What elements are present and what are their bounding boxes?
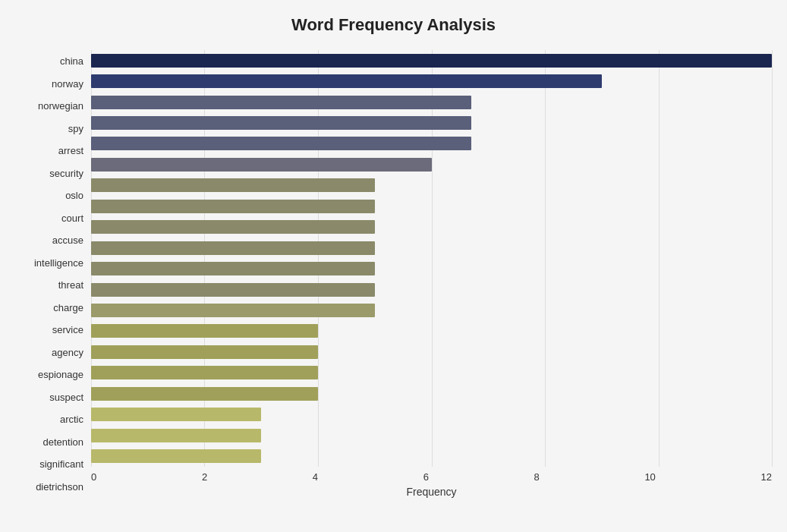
chart-container: Word Frequency Analysis chinanorwaynorwe… bbox=[0, 0, 787, 532]
bar bbox=[91, 241, 375, 255]
y-label: dietrichson bbox=[36, 477, 83, 496]
bar bbox=[91, 96, 471, 109]
x-axis-title: Frequency bbox=[91, 486, 772, 498]
bar-row bbox=[91, 323, 772, 339]
bar bbox=[91, 74, 602, 88]
bar-row bbox=[91, 260, 772, 277]
grid-and-bars bbox=[91, 50, 772, 467]
bar-row bbox=[91, 135, 772, 152]
bar-row bbox=[91, 240, 772, 257]
bar-row bbox=[91, 73, 772, 90]
y-label: suspect bbox=[49, 387, 83, 407]
y-label: service bbox=[52, 320, 83, 340]
y-label: china bbox=[60, 52, 83, 71]
bar bbox=[91, 262, 375, 275]
y-axis: chinanorwaynorwegianspyarrestsecurityosl… bbox=[15, 50, 91, 498]
y-label: arrest bbox=[58, 141, 83, 161]
x-tick-label: 2 bbox=[202, 471, 207, 483]
bar bbox=[91, 137, 471, 150]
y-label: charge bbox=[53, 297, 83, 317]
x-tick-label: 12 bbox=[760, 471, 771, 483]
y-label: arctic bbox=[60, 410, 83, 430]
bar-row bbox=[91, 219, 772, 235]
x-tick-label: 8 bbox=[534, 471, 540, 483]
bar-row bbox=[91, 344, 772, 360]
bar-row bbox=[91, 115, 772, 131]
bar bbox=[91, 54, 772, 68]
bar-row bbox=[91, 364, 772, 381]
bar bbox=[91, 116, 471, 130]
bar bbox=[91, 408, 261, 421]
bar bbox=[91, 220, 375, 234]
x-tick-label: 0 bbox=[91, 471, 96, 483]
bar-row bbox=[91, 198, 772, 215]
y-label: espionage bbox=[38, 365, 83, 385]
chart-title: Word Frequency Analysis bbox=[15, 15, 772, 35]
bar bbox=[91, 345, 318, 359]
bar-row bbox=[91, 448, 772, 464]
bar-row bbox=[91, 282, 772, 298]
bar-row bbox=[91, 427, 772, 444]
bar-row bbox=[91, 302, 772, 319]
x-tick-label: 6 bbox=[423, 471, 429, 483]
bar bbox=[91, 429, 261, 442]
bar-row bbox=[91, 177, 772, 194]
y-label: detention bbox=[43, 432, 84, 452]
chart-area: chinanorwaynorwegianspyarrestsecurityosl… bbox=[15, 50, 772, 498]
bar bbox=[91, 324, 318, 338]
y-label: court bbox=[61, 208, 83, 228]
y-label: threat bbox=[58, 275, 83, 295]
bar bbox=[91, 366, 318, 379]
y-label: agency bbox=[52, 342, 83, 362]
y-label: significant bbox=[39, 455, 83, 474]
y-label: norway bbox=[52, 74, 83, 93]
y-label: accuse bbox=[52, 231, 83, 250]
y-label: oslo bbox=[65, 186, 83, 206]
y-label: spy bbox=[68, 118, 83, 138]
bar bbox=[91, 387, 318, 401]
bar-row bbox=[91, 386, 772, 402]
x-tick-label: 4 bbox=[313, 471, 318, 483]
bar-row bbox=[91, 406, 772, 423]
bar-row bbox=[91, 156, 772, 173]
x-axis-labels: 024681012 bbox=[91, 467, 772, 483]
bar bbox=[91, 178, 375, 192]
bar bbox=[91, 283, 375, 297]
y-label: intelligence bbox=[34, 253, 83, 272]
bar bbox=[91, 158, 432, 172]
grid-line bbox=[772, 50, 773, 467]
x-tick-label: 10 bbox=[644, 471, 655, 483]
bar bbox=[91, 304, 375, 317]
bar-row bbox=[91, 94, 772, 111]
y-label: norwegian bbox=[38, 96, 83, 116]
bar bbox=[91, 449, 261, 463]
bar bbox=[91, 200, 375, 213]
y-label: security bbox=[49, 163, 83, 183]
bars-wrapper bbox=[91, 50, 772, 467]
bars-section: 024681012 Frequency bbox=[91, 50, 772, 498]
bar-row bbox=[91, 52, 772, 69]
